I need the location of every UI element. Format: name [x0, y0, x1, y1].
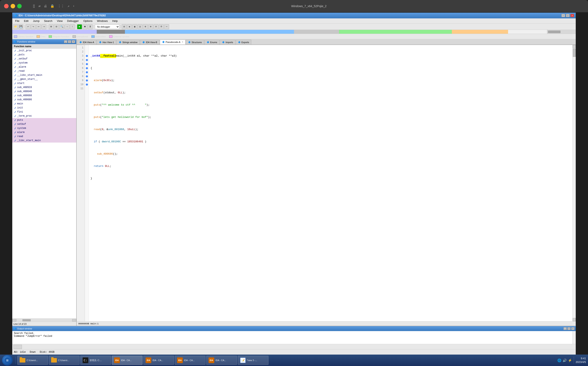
func-item-alarm2[interactable]: 𝒻 alarm [12, 130, 76, 134]
toolbar-stop-btn[interactable]: ■ [82, 24, 87, 29]
toolbar-more-1[interactable]: ⚙ [122, 24, 126, 29]
func-item-puts2[interactable]: 𝒻 puts [12, 118, 76, 122]
toolbar-redo-btn[interactable]: ↪ [31, 24, 36, 29]
output-close-btn[interactable]: × [571, 327, 574, 330]
func-item-alarm1[interactable]: 𝒻 _alarm [12, 65, 76, 69]
scroll-right-btn[interactable]: ▸ [72, 319, 76, 321]
debugger-dropdown[interactable]: No debugger [95, 24, 119, 29]
toolbar-more-3[interactable]: ◉ [132, 24, 137, 29]
functions-panel-controls[interactable]: _ □ × [64, 40, 75, 43]
toolbar-more-8[interactable]: ⌾ [159, 24, 164, 29]
code-scrollbar-v[interactable]: ▴ ▾ [572, 45, 576, 321]
taskbar-item-folder2[interactable]: C:\Users\... [49, 356, 79, 365]
toolbar-more-5[interactable]: ⊕ [143, 24, 148, 29]
output-minimize-btn[interactable]: _ [564, 327, 567, 330]
toolbar-save-btn[interactable]: 💾 [18, 24, 23, 29]
toolbar-xref-btn[interactable]: ↑ [70, 24, 75, 29]
func-item-sub4005C0[interactable]: 𝒻 sub_4005C0 [12, 85, 76, 90]
func-item-setbuf2[interactable]: 𝒻 setbuf [12, 122, 76, 126]
tab-ida-view-a[interactable]: 🔷 IDA View-A [77, 40, 96, 45]
output-controls[interactable]: _ □ × [564, 327, 574, 330]
func-item-libc1[interactable]: 𝒻 __libc_start_main [12, 73, 76, 77]
func-item-system2[interactable]: 𝒻 system [12, 126, 76, 130]
seg-scrollbar[interactable] [547, 30, 576, 34]
toolbar-more-4[interactable]: ◎ [138, 24, 142, 29]
taskbar-item-ida3[interactable]: IDA IDA - CA... [175, 356, 205, 365]
menu-help[interactable]: Help [110, 19, 120, 23]
menu-edit[interactable]: Edit [22, 19, 31, 23]
mac-print-icon[interactable]: 🖨 [44, 4, 47, 8]
idc-button[interactable]: IDC [14, 345, 22, 349]
dot-6[interactable] [85, 66, 89, 70]
menu-file[interactable]: File [13, 19, 22, 23]
output-scrollbar[interactable] [572, 331, 576, 344]
dot-8[interactable] [85, 74, 89, 78]
tab-strings-window[interactable]: 🔷 Strings window [117, 40, 140, 45]
functions-list[interactable]: 𝒻 _init_proc 𝒻 _puts 𝒻 _setbuf 𝒻 _system… [12, 49, 76, 318]
tab-exports[interactable]: 🔷 Exports [236, 40, 251, 45]
menu-jump[interactable]: Jump [31, 19, 41, 23]
func-item-system1[interactable]: 𝒻 _system [12, 61, 76, 65]
menu-options[interactable]: Options [81, 19, 94, 23]
mac-close-button[interactable] [4, 4, 8, 8]
func-item-sub400660[interactable]: 𝒻 sub_400660 [12, 93, 76, 98]
ida-window-controls[interactable]: − □ × [561, 14, 574, 17]
ida-close-btn[interactable]: × [570, 14, 574, 17]
functions-panel-minimize[interactable]: _ [64, 40, 67, 43]
scrollbar-thumb-h[interactable] [23, 319, 31, 321]
code-content[interactable]: _int64 __fastcall main(__int64 a1, char … [89, 45, 572, 321]
taskbar-item-ida2[interactable]: IDA IDA - CA... [143, 356, 174, 365]
taskbar-item-ida4[interactable]: IDA IDA - CA... [206, 356, 237, 365]
scroll-down-btn[interactable]: ▾ [573, 318, 576, 321]
taskbar-item-folder1[interactable]: C:\Users\... [17, 356, 48, 365]
tab-enums[interactable]: 🔷 Enums [204, 40, 219, 45]
taskbar-item-terminal[interactable]: C: 管理员: C:... [80, 356, 111, 365]
functions-panel-float[interactable]: □ [68, 40, 71, 43]
functions-panel-close[interactable]: × [72, 40, 75, 43]
toolbar-more-7[interactable]: ⊘ [154, 24, 158, 29]
toolbar-ref-btn[interactable]: → [65, 24, 70, 29]
mac-grid-icon[interactable]: ⋮⋮ [58, 4, 64, 8]
mac-view-icon[interactable]: ⇄ [39, 4, 40, 8]
tab-pseudocode-a[interactable]: 🔷 Pseudocode-A × [160, 40, 185, 45]
func-item-setbuf1[interactable]: 𝒻 _setbuf [12, 57, 76, 61]
toolbar-nav-back-btn[interactable]: ⟵ [36, 24, 41, 29]
start-button[interactable]: ⊞ [2, 355, 13, 366]
dot-9[interactable] [85, 78, 89, 83]
func-item-fini[interactable]: 𝒻 fini [12, 110, 76, 114]
ida-restore-btn[interactable]: □ [566, 14, 570, 17]
func-item-start[interactable]: 𝒻 start [12, 81, 76, 85]
functions-scrollbar-h[interactable]: ◂ ▸ [12, 318, 76, 322]
toolbar-run-btn[interactable]: ▶ [77, 24, 82, 29]
mac-back-icon[interactable]: ‹ [73, 4, 75, 8]
menu-view[interactable]: View [55, 19, 65, 23]
toolbar-find-btn[interactable]: 🔍 [59, 24, 64, 29]
scroll-left-btn[interactable]: ◂ [12, 319, 16, 321]
taskbar-item-ida1[interactable]: IDA IDA - CA... [112, 356, 142, 365]
menu-search[interactable]: Search [42, 19, 54, 23]
mac-sidebar-icon[interactable]: ⣿ [33, 4, 35, 8]
dot-7[interactable] [85, 70, 89, 74]
output-restore-btn[interactable]: □ [567, 327, 571, 330]
toolbar-more-6[interactable]: ⊗ [148, 24, 153, 29]
code-view[interactable]: 1 2 3 4 5 6 7 8 9 10 11 [77, 45, 576, 321]
func-item-main[interactable]: 𝒻 main [12, 102, 76, 106]
tab-close-pseudo[interactable]: × [182, 41, 183, 43]
mac-share-icon[interactable]: ↗ [67, 4, 70, 8]
toolbar-undo-btn[interactable]: ↩ [25, 24, 31, 29]
func-item-gmon[interactable]: 𝒻 __gmon_start__ [12, 77, 76, 81]
func-item-read2[interactable]: 𝒻 read [12, 134, 76, 138]
tab-imports[interactable]: 🔷 Imports [220, 40, 235, 45]
menu-windows[interactable]: Windows [95, 19, 110, 23]
tab-structures[interactable]: 🔷 Structures [186, 40, 204, 45]
toolbar-paste-btn[interactable]: ⊟ [54, 24, 59, 29]
func-item-init[interactable]: 𝒻 init [12, 106, 76, 110]
menu-debugger[interactable]: Debugger [65, 19, 81, 23]
func-item-libc2[interactable]: 𝒻 _libc_start_main [12, 138, 76, 143]
toolbar-more-9[interactable]: ⋯ [164, 24, 169, 29]
mac-lock-icon[interactable]: 🔒 [50, 4, 54, 8]
func-item-puts1[interactable]: 𝒻 _puts [12, 53, 76, 57]
ida-minimize-btn[interactable]: − [561, 14, 565, 17]
dot-3[interactable] [85, 54, 89, 58]
func-item-sub400686[interactable]: 𝒻 sub_400686 [12, 98, 76, 102]
